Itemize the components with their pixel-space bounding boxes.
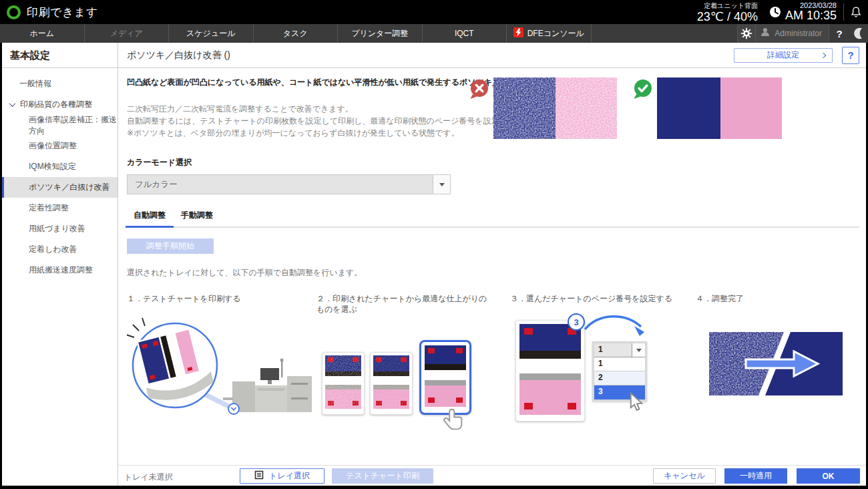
step-2: ２．印刷されたチャートから最適な仕上がりのものを選ぶ — [316, 293, 510, 448]
dropdown-caret-icon — [632, 343, 645, 357]
step-2-label: ２．印刷されたチャートから最適な仕上がりのものを選ぶ — [316, 293, 510, 315]
chart-card-3-selected[interactable] — [419, 340, 471, 415]
nav-tab-iqct[interactable]: IQCT — [423, 24, 507, 43]
dropdown-option-2: 2 — [594, 371, 645, 385]
sidebar-item-mottle-improvement[interactable]: ポソツキ／白抜け改善 — [2, 177, 118, 198]
ready-status-text: 印刷できます — [27, 5, 98, 20]
fiery-logo-icon — [513, 27, 523, 39]
nav-right-cluster: Administrator ? — [737, 24, 868, 43]
nav-tab-media[interactable]: メディア — [85, 24, 170, 43]
nav-tab-home[interactable]: ホーム — [0, 24, 85, 43]
status-bar: 印刷できます 定着ユニット背面 23℃ / 40% 2023/03/28 AM … — [0, 0, 868, 24]
nav-tab-dfe-console[interactable]: DFEコンソール — [507, 24, 592, 43]
page-title: ポソツキ／白抜け改善 () — [127, 49, 230, 61]
sidebar-item-paper-jam-improvement[interactable]: 用紙づまり改善 — [2, 218, 118, 239]
chart-card-1 — [322, 352, 365, 415]
main-content: ポソツキ／白抜け改善 () 詳細設定 ? 凹凸紙など表面が凹凸になっている用紙や… — [118, 43, 866, 486]
action-bar: トレイ未選択 トレイ選択 テストチャート印刷 キャンセル 一時適用 OK — [118, 465, 866, 486]
mouse-cursor-icon — [629, 392, 644, 415]
page-help-button[interactable]: ? — [842, 47, 859, 64]
bad-example-block — [493, 77, 617, 142]
procedure-steps: １．テストチャートを印刷する — [127, 293, 859, 448]
page-number-badge: 3 — [568, 313, 585, 331]
clean-sample-image — [657, 77, 782, 139]
nav-help-button[interactable]: ? — [829, 24, 849, 43]
start-procedure-button[interactable]: 調整手順開始 — [127, 238, 214, 254]
tray-select-button[interactable]: トレイ選択 — [240, 468, 324, 484]
mottled-sample-image — [493, 77, 617, 139]
step-3: ３．選んだチャートのページ番号を設定する — [510, 293, 696, 437]
person-icon — [760, 27, 771, 40]
ok-button[interactable]: OK — [797, 468, 860, 484]
good-check-icon — [632, 79, 653, 102]
content-header: ポソツキ／白抜け改善 () 詳細設定 ? — [118, 43, 866, 68]
sidebar: 基本設定 一般情報 印刷品質の各種調整 画像倍率誤差補正：搬送方向 画像位置調整… — [2, 43, 118, 486]
step-4-label: ４．調整完了 — [696, 293, 859, 304]
color-mode-select[interactable]: フルカラー — [127, 174, 451, 194]
bad-x-icon — [469, 79, 489, 102]
procedure-intro-text: 選択されたトレイに対して、以下の手順で自動調整を行います。 — [127, 267, 859, 279]
statusbar-divider — [843, 3, 844, 21]
detail-settings-button[interactable]: 詳細設定 — [734, 48, 833, 63]
temporary-apply-button[interactable]: 一時適用 — [724, 468, 787, 484]
chevron-right-icon — [821, 52, 826, 57]
page-frame: 基本設定 一般情報 印刷品質の各種調整 画像倍率誤差補正：搬送方向 画像位置調整… — [2, 43, 866, 486]
tab-auto-adjust[interactable]: 自動調整 — [127, 210, 172, 226]
dropdown-arrow-icon[interactable] — [433, 175, 450, 194]
step-1-label: １．テストチャートを印刷する — [127, 293, 316, 304]
nav-tab-schedule[interactable]: スケジュール — [169, 24, 254, 43]
time-text: AM 10:35 — [785, 9, 837, 22]
test-chart-print-button[interactable]: テストチャート印刷 — [332, 468, 433, 484]
sidebar-item-fixing-adjustment[interactable]: 定着性調整 — [2, 198, 118, 218]
step-1-illustration — [127, 313, 316, 437]
step-1: １．テストチャートを印刷する — [127, 293, 316, 437]
chevron-down-icon — [9, 100, 16, 107]
tray-status-text: トレイ未選択 — [124, 472, 173, 483]
good-example-block — [657, 77, 782, 142]
sidebar-title: 基本設定 — [2, 43, 118, 68]
clock-icon — [769, 6, 781, 21]
step-3-label: ３．選んだチャートのページ番号を設定する — [510, 293, 696, 304]
color-mode-value: フルカラー — [128, 179, 433, 190]
tab-manual-adjust[interactable]: 手動調整 — [174, 210, 220, 226]
fuser-environment: 定着ユニット背面 23℃ / 40% — [697, 1, 758, 23]
app-window: 印刷できます 定着ユニット背面 23℃ / 40% 2023/03/28 AM … — [0, 0, 868, 489]
sidebar-list: 一般情報 印刷品質の各種調整 画像倍率誤差補正：搬送方向 画像位置調整 IQM検… — [2, 68, 118, 281]
sidebar-item-iqm-detection[interactable]: IQM検知設定 — [2, 156, 118, 177]
cancel-button[interactable]: キャンセル — [653, 468, 716, 484]
step-4-illustration — [696, 313, 859, 437]
content-body: 凹凸紙など表面が凹凸になっている用紙や、コート紙ではない平滑性が低い用紙で発生す… — [118, 68, 866, 465]
nav-tab-tasks[interactable]: タスク — [254, 24, 339, 43]
sidebar-item-print-quality-adjustments[interactable]: 印刷品質の各種調整 — [2, 94, 118, 115]
sidebar-item-image-position[interactable]: 画像位置調整 — [2, 136, 118, 156]
chart-card-2 — [370, 352, 413, 415]
dropdown-selected-value: 1 — [594, 343, 632, 357]
nav-tab-printer-adjust[interactable]: プリンター調整 — [338, 24, 423, 43]
user-account-button[interactable]: Administrator — [756, 24, 829, 43]
step-4: ４．調整完了 — [696, 293, 859, 437]
user-name: Administrator — [775, 29, 822, 38]
ready-status-icon — [7, 5, 21, 19]
sidebar-item-image-scale-correction[interactable]: 画像倍率誤差補正：搬送方向 — [2, 115, 118, 136]
hand-pointer-icon — [443, 408, 465, 438]
tray-icon — [254, 470, 264, 482]
temp-humidity-value: 23℃ / 40% — [697, 11, 758, 23]
notification-bell-icon[interactable] — [850, 6, 862, 21]
dropdown-option-1: 1 — [594, 357, 645, 371]
printer-status: 印刷できます — [7, 5, 98, 20]
datetime-block: 2023/03/28 AM 10:35 — [769, 1, 837, 22]
main-nav: ホーム メディア スケジュール タスク プリンター調整 IQCT DFEコンソー… — [0, 24, 868, 43]
sidebar-item-fixing-wrinkle[interactable]: 定着しわ改善 — [2, 239, 118, 260]
step-2-illustration — [316, 324, 510, 448]
selected-chart-card — [515, 320, 585, 422]
sidebar-item-paper-speed[interactable]: 用紙搬送速度調整 — [2, 260, 118, 281]
color-mode-label: カラーモード選択 — [127, 157, 859, 168]
night-mode-icon[interactable] — [849, 24, 868, 43]
adjust-mode-tabs: 自動調整 手動調整 — [127, 210, 859, 228]
sidebar-item-general-info[interactable]: 一般情報 — [2, 73, 118, 94]
settings-gear-icon[interactable] — [738, 24, 755, 43]
before-after-comparison — [493, 77, 782, 142]
fuser-label: 定着ユニット背面 — [697, 1, 758, 11]
step-3-illustration: 3 1 — [510, 313, 696, 437]
